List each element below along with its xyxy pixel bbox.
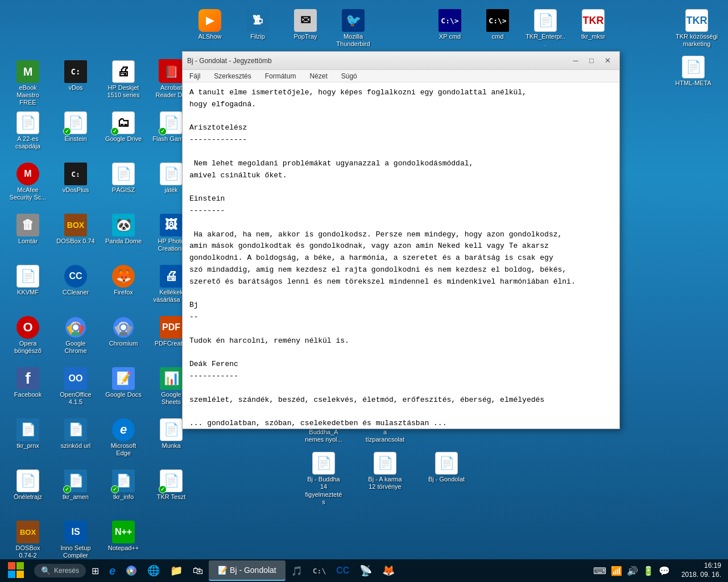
tray-volume[interactable]: 🔊 [626,564,639,577]
notepad-content: A tanult elme ismertetőjele, hogy képes … [189,87,613,429]
notepad-text-area[interactable]: A tanult elme ismertetőjele, hogy képes … [183,82,619,429]
icon-vdosplus[interactable]: C: vDosPlus [53,159,98,209]
icon-firefox[interactable]: 🦊 Firefox [101,261,146,311]
icon-poptray[interactable]: ✉ PopTray [283,6,328,50]
icon-ebook[interactable]: M eBookMaestro FREE [6,57,50,107]
taskbar-notepad[interactable]: 📝 Bj - Gondolat [209,560,286,581]
notepad-window: Bj - Gondolat - Jegyzettömb ─ □ ✕ Fájl S… [182,51,620,429]
menu-nezet[interactable]: Nézet [305,71,332,81]
taskbar-edge[interactable]: 🌐 [143,560,164,581]
task-view-button[interactable]: ⊞ [87,560,104,581]
icon-lomtar[interactable]: 🗑 Lomtár [6,210,50,260]
icon-hp-deskjet[interactable]: 🖨 HP Deskjet1510 series [101,57,146,107]
icon-a22[interactable]: 📄 A 22-escsapdája [6,108,50,158]
tray-network[interactable]: 📶 [610,564,623,577]
icon-pagisz[interactable]: 📄 PÁGISZ [101,159,146,209]
right-icons: TKR TKR közösségi marketing 📄 HTML-META [671,6,722,90]
menu-szerkesztes[interactable]: Szerkesztés [209,71,255,81]
window-titlebar[interactable]: Bj - Gondolat - Jegyzettömb ─ □ ✕ [183,52,619,70]
tray-keyboard[interactable]: ⌨ [592,564,607,577]
icon-tkr-mksr[interactable]: TKR tkr_mksr [571,6,615,50]
menu-sugo[interactable]: Súgó [337,71,362,81]
tray-battery[interactable]: 🔋 [642,564,655,577]
taskbar-store[interactable]: 🛍 [188,560,208,581]
start-button[interactable] [2,560,31,581]
tray-notification[interactable]: 💬 [657,564,671,577]
window-title: Bj - Gondolat - Jegyzettömb [187,57,568,65]
icon-bj-karma[interactable]: 📄 Bj - A karma12 törvénye [363,448,407,508]
icon-bj-gondolat[interactable]: 📄 Bj - Gondolat [424,448,469,508]
icon-tkr-teszt[interactable]: 📄 ✓ TKR Teszt [149,466,193,516]
top-icons-row: ▶ ALShow 🗜 Filzip ✉ PopTray 🐦 MozillaThu… [188,6,615,50]
clock-time: 16:19 [681,562,721,571]
svg-rect-8 [8,562,15,569]
content-wrapper: A tanult elme ismertetőjele, hogy képes … [183,82,619,429]
icon-oneletrajz[interactable]: 📄 Önéletrajz [6,466,50,516]
taskbar-filezilla[interactable]: 📡 [355,560,377,581]
search-placeholder: Keresés [54,567,79,575]
icon-facebook[interactable]: f Facebook [6,364,50,414]
window-controls: ─ □ ✕ [568,55,615,66]
svg-point-15 [130,569,133,572]
icon-xp-cmd[interactable]: C:\> XP cmd [428,6,472,50]
taskbar-cmd[interactable]: C:\ [308,560,330,581]
system-clock[interactable]: 16:19 2018. 09. 16. [677,560,726,580]
bottom-center-icons-2: 📄 Bj - Buddha14figyelmeztetés 📄 Bj - A k… [301,448,469,508]
svg-rect-9 [16,562,24,569]
icon-einstein[interactable]: 📄 ✓ Einstein [53,108,98,158]
icon-tkr-info[interactable]: 📄 ✓ tkr_info [101,466,146,516]
icon-alshow[interactable]: ▶ ALShow [188,6,232,50]
svg-rect-10 [8,571,15,578]
icon-tkr-enterprise[interactable]: 📄 TKR_Enterpr... [523,6,568,50]
window-menubar: Fájl Szerkesztés Formátum Nézet Súgó [183,70,619,82]
taskbar-folder[interactable]: 📁 [166,560,187,581]
svg-point-7 [121,325,126,330]
icon-ccleaner[interactable]: CC CCleaner [53,261,98,311]
icon-bj-buddha14[interactable]: 📄 Bj - Buddha14figyelmeztetés [301,448,346,508]
icon-html-meta[interactable]: 📄 HTML-META [671,52,715,89]
menu-fajl[interactable]: Fájl [185,71,205,81]
icon-google-docs[interactable]: 📝 Google Docs [101,364,146,414]
taskbar-winamp[interactable]: 🎵 [287,560,307,581]
clock-date: 2018. 09. 16. [681,571,721,580]
minimize-button[interactable]: ─ [568,55,583,66]
taskbar-chrome[interactable] [121,560,142,581]
icon-google-chrome[interactable]: GoogleChrome [53,313,98,363]
taskbar-firefox[interactable]: 🦊 [378,560,399,581]
svg-rect-11 [16,571,24,578]
close-button[interactable]: ✕ [600,55,615,66]
search-bar[interactable]: 🔍 Keresés [34,564,86,577]
taskbar-ie[interactable]: e [105,560,120,581]
icon-kkvmf[interactable]: 📄 KKVMF [6,261,50,311]
svg-point-3 [73,325,78,330]
icon-vdos[interactable]: C: vDos [53,57,98,107]
left-icon-grid: M eBookMaestro FREE C: vDos 🖨 HP Deskjet… [6,57,196,567]
taskbar-ccleaner[interactable]: CC [332,560,354,581]
icon-google-drive[interactable]: 🗂 ✓ Google Drive [101,108,146,158]
icon-openoffice[interactable]: OO OpenOffice4.1.5 [53,364,98,414]
icon-cmd[interactable]: C:\> cmd [475,6,520,50]
taskbar-notepad-label: 📝 Bj - Gondolat [218,566,276,575]
icon-tkr-kozossegi[interactable]: TKR TKR közösségi marketing [671,6,722,50]
maximize-button[interactable]: □ [584,55,599,66]
icon-opera[interactable]: O Operaböngésző [6,313,50,363]
menu-formatum[interactable]: Formátum [260,71,301,81]
icon-chromium[interactable]: Chromium [101,313,146,363]
icon-tkr-amen[interactable]: 📄 ✓ tkr_amen [53,466,98,516]
icon-tkr-prnx[interactable]: 📄 tkr_prnx [6,415,50,465]
system-tray: ⌨ 📶 🔊 🔋 💬 [588,564,676,577]
icon-thunderbird[interactable]: 🐦 MozillaThunderbird [331,6,375,50]
icon-panda[interactable]: 🐼 Panda Dome [101,210,146,260]
icon-filzip[interactable]: 🗜 Filzip [235,6,280,50]
taskbar: 🔍 Keresés ⊞ e 🌐 📁 🛍 📝 Bj - Gondolat 🎵 C:… [0,559,728,582]
icon-mcafee[interactable]: M McAfeeSecurity Sc... [6,159,50,209]
icon-ms-edge[interactable]: e MicrosoftEdge [101,415,146,465]
icon-dosbox[interactable]: BOX DOSBox 0.74 [53,210,98,260]
icon-szinkod[interactable]: 📄 szinkód url [53,415,98,465]
